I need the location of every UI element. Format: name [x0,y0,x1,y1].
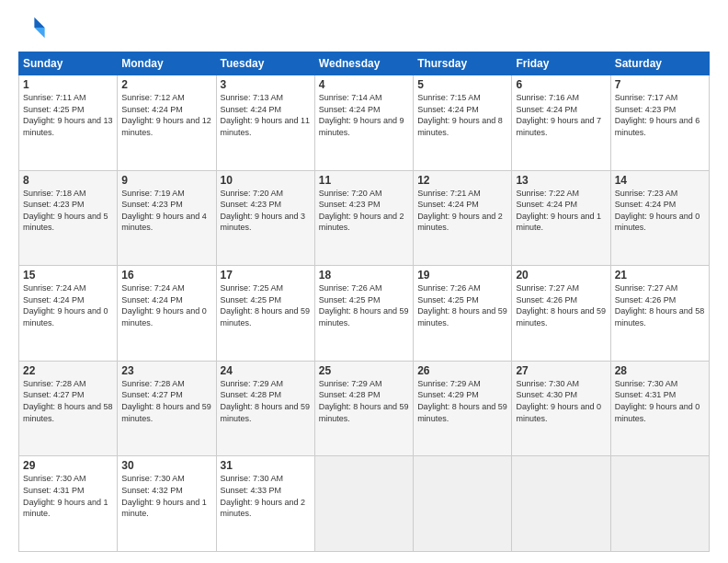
day-number: 25 [319,364,409,377]
calendar-cell: 17Sunrise: 7:25 AMSunset: 4:25 PMDayligh… [216,266,314,362]
day-number: 20 [516,269,606,282]
calendar-cell: 15Sunrise: 7:24 AMSunset: 4:24 PMDayligh… [19,266,118,362]
calendar-cell [610,456,709,552]
day-number: 28 [615,364,705,377]
calendar-cell: 27Sunrise: 7:30 AMSunset: 4:30 PMDayligh… [512,361,610,456]
day-info: Sunrise: 7:18 AMSunset: 4:23 PMDaylight:… [23,188,113,234]
calendar-cell: 2Sunrise: 7:12 AMSunset: 4:24 PMDaylight… [118,75,216,171]
day-info: Sunrise: 7:30 AMSunset: 4:31 PMDaylight:… [23,473,113,519]
day-info: Sunrise: 7:29 AMSunset: 4:28 PMDaylight:… [319,378,409,424]
calendar-cell: 26Sunrise: 7:29 AMSunset: 4:29 PMDayligh… [414,361,512,456]
day-info: Sunrise: 7:19 AMSunset: 4:23 PMDaylight:… [121,188,211,234]
day-info: Sunrise: 7:30 AMSunset: 4:31 PMDaylight:… [615,378,705,424]
day-info: Sunrise: 7:14 AMSunset: 4:24 PMDaylight:… [319,92,409,138]
weekday-header: Saturday [610,52,709,75]
day-info: Sunrise: 7:15 AMSunset: 4:24 PMDaylight:… [417,92,507,138]
calendar-cell: 14Sunrise: 7:23 AMSunset: 4:24 PMDayligh… [610,170,709,266]
svg-marker-1 [34,28,44,38]
day-number: 9 [121,174,211,187]
day-number: 26 [417,364,507,377]
day-info: Sunrise: 7:23 AMSunset: 4:24 PMDaylight:… [615,188,705,234]
calendar-cell: 10Sunrise: 7:20 AMSunset: 4:23 PMDayligh… [216,170,314,266]
svg-marker-0 [34,17,44,28]
calendar-cell: 12Sunrise: 7:21 AMSunset: 4:24 PMDayligh… [414,170,512,266]
calendar-cell: 24Sunrise: 7:29 AMSunset: 4:28 PMDayligh… [216,361,314,456]
calendar-cell: 29Sunrise: 7:30 AMSunset: 4:31 PMDayligh… [19,456,118,552]
day-info: Sunrise: 7:28 AMSunset: 4:27 PMDaylight:… [23,378,113,424]
day-number: 8 [23,174,113,187]
weekday-header: Friday [512,52,610,75]
calendar-cell [512,456,610,552]
day-number: 14 [615,174,705,187]
day-info: Sunrise: 7:28 AMSunset: 4:27 PMDaylight:… [121,378,211,424]
calendar-cell: 6Sunrise: 7:16 AMSunset: 4:24 PMDaylight… [512,75,610,171]
calendar-table: SundayMondayTuesdayWednesdayThursdayFrid… [18,52,710,552]
day-info: Sunrise: 7:17 AMSunset: 4:23 PMDaylight:… [615,92,705,138]
calendar-cell: 19Sunrise: 7:26 AMSunset: 4:25 PMDayligh… [414,266,512,362]
day-number: 23 [121,364,211,377]
page: SundayMondayTuesdayWednesdayThursdayFrid… [0,0,728,563]
day-number: 10 [221,174,311,187]
calendar-week-row: 8Sunrise: 7:18 AMSunset: 4:23 PMDaylight… [19,170,710,266]
day-info: Sunrise: 7:16 AMSunset: 4:24 PMDaylight:… [516,92,606,138]
day-info: Sunrise: 7:30 AMSunset: 4:33 PMDaylight:… [221,473,311,519]
day-info: Sunrise: 7:26 AMSunset: 4:25 PMDaylight:… [319,282,409,328]
day-info: Sunrise: 7:11 AMSunset: 4:25 PMDaylight:… [23,92,113,138]
day-info: Sunrise: 7:30 AMSunset: 4:30 PMDaylight:… [516,378,606,424]
day-info: Sunrise: 7:27 AMSunset: 4:26 PMDaylight:… [615,282,705,328]
day-info: Sunrise: 7:12 AMSunset: 4:24 PMDaylight:… [121,92,211,138]
day-number: 2 [121,78,211,91]
weekday-header: Tuesday [216,52,314,75]
calendar-cell: 11Sunrise: 7:20 AMSunset: 4:23 PMDayligh… [314,170,413,266]
calendar-cell: 5Sunrise: 7:15 AMSunset: 4:24 PMDaylight… [414,75,512,171]
day-number: 31 [221,459,311,472]
day-info: Sunrise: 7:29 AMSunset: 4:28 PMDaylight:… [221,378,311,424]
calendar-cell: 23Sunrise: 7:28 AMSunset: 4:27 PMDayligh… [118,361,216,456]
calendar-cell: 25Sunrise: 7:29 AMSunset: 4:28 PMDayligh… [314,361,413,456]
logo-icon [20,15,46,40]
calendar-cell: 13Sunrise: 7:22 AMSunset: 4:24 PMDayligh… [512,170,610,266]
day-number: 6 [516,78,606,91]
calendar-week-row: 1Sunrise: 7:11 AMSunset: 4:25 PMDaylight… [19,75,710,171]
day-number: 15 [23,269,113,282]
day-info: Sunrise: 7:25 AMSunset: 4:25 PMDaylight:… [221,282,311,328]
calendar-week-row: 22Sunrise: 7:28 AMSunset: 4:27 PMDayligh… [19,361,710,456]
day-number: 12 [417,174,507,187]
day-info: Sunrise: 7:22 AMSunset: 4:24 PMDaylight:… [516,188,606,234]
day-number: 24 [221,364,311,377]
day-info: Sunrise: 7:24 AMSunset: 4:24 PMDaylight:… [23,282,113,328]
day-number: 1 [23,78,113,91]
day-number: 13 [516,174,606,187]
day-number: 18 [319,269,409,282]
calendar-cell: 18Sunrise: 7:26 AMSunset: 4:25 PMDayligh… [314,266,413,362]
day-info: Sunrise: 7:20 AMSunset: 4:23 PMDaylight:… [319,188,409,234]
day-number: 11 [319,174,409,187]
calendar-cell: 9Sunrise: 7:19 AMSunset: 4:23 PMDaylight… [118,170,216,266]
day-info: Sunrise: 7:13 AMSunset: 4:24 PMDaylight:… [221,92,311,138]
calendar-week-row: 29Sunrise: 7:30 AMSunset: 4:31 PMDayligh… [19,456,710,552]
day-number: 21 [615,269,705,282]
logo [18,15,46,44]
day-number: 16 [121,269,211,282]
day-info: Sunrise: 7:20 AMSunset: 4:23 PMDaylight:… [221,188,311,234]
calendar-cell: 20Sunrise: 7:27 AMSunset: 4:26 PMDayligh… [512,266,610,362]
day-number: 22 [23,364,113,377]
day-number: 27 [516,364,606,377]
day-number: 30 [121,459,211,472]
day-number: 17 [221,269,311,282]
day-number: 5 [417,78,507,91]
calendar-cell: 30Sunrise: 7:30 AMSunset: 4:32 PMDayligh… [118,456,216,552]
day-info: Sunrise: 7:30 AMSunset: 4:32 PMDaylight:… [121,473,211,519]
calendar-cell: 28Sunrise: 7:30 AMSunset: 4:31 PMDayligh… [610,361,709,456]
day-info: Sunrise: 7:27 AMSunset: 4:26 PMDaylight:… [516,282,606,328]
day-info: Sunrise: 7:29 AMSunset: 4:29 PMDaylight:… [417,378,507,424]
weekday-header: Wednesday [314,52,413,75]
calendar-cell [314,456,413,552]
calendar-cell [414,456,512,552]
calendar-cell: 4Sunrise: 7:14 AMSunset: 4:24 PMDaylight… [314,75,413,171]
weekday-header: Sunday [19,52,118,75]
day-info: Sunrise: 7:26 AMSunset: 4:25 PMDaylight:… [417,282,507,328]
day-number: 7 [615,78,705,91]
day-number: 3 [221,78,311,91]
weekday-header: Thursday [414,52,512,75]
